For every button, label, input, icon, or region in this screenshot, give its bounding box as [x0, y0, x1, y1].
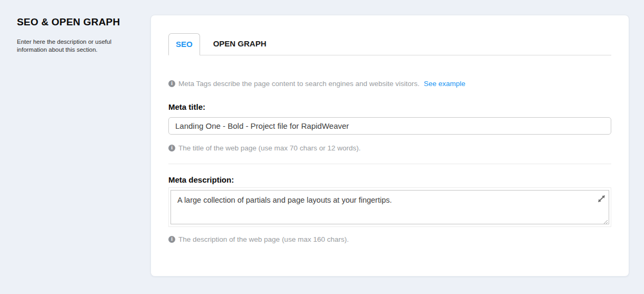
tab-seo-label: SEO: [176, 40, 193, 49]
tab-bar: SEO OPEN GRAPH: [168, 33, 611, 55]
meta-title-input[interactable]: [168, 117, 611, 135]
meta-description-field: A large collection of partials and page …: [168, 187, 611, 227]
tab-open-graph[interactable]: OPEN GRAPH: [200, 33, 280, 55]
section-description: Enter here the description or useful inf…: [17, 38, 120, 53]
meta-tags-info: i Meta Tags describe the page content to…: [168, 80, 611, 88]
meta-title-help-text: The title of the web page (use max 70 ch…: [178, 144, 361, 152]
info-icon: i: [168, 145, 175, 151]
meta-tags-info-text: Meta Tags describe the page content to s…: [178, 80, 420, 88]
seo-settings-card: SEO OPEN GRAPH i Meta Tags describe the …: [150, 15, 629, 277]
info-icon: i: [168, 236, 175, 243]
section-title: SEO & OPEN GRAPH: [17, 16, 138, 28]
meta-title-help: i The title of the web page (use max 70 …: [168, 144, 611, 152]
diagonal-expand-icon: [598, 195, 605, 203]
meta-description-textarea[interactable]: A large collection of partials and page …: [171, 190, 609, 224]
info-icon: i: [168, 80, 175, 87]
tab-seo[interactable]: SEO: [168, 33, 200, 55]
see-example-link[interactable]: See example: [424, 80, 466, 88]
meta-title-label: Meta title:: [168, 102, 611, 111]
meta-description-help-text: The description of the web page (use max…: [178, 235, 349, 243]
expand-textarea-button[interactable]: [598, 195, 605, 203]
resize-grip-icon[interactable]: [602, 217, 608, 223]
section-divider: [168, 164, 611, 164]
tab-panel-seo: i Meta Tags describe the page content to…: [151, 80, 629, 243]
meta-description-label: Meta description:: [168, 175, 611, 184]
meta-description-help: i The description of the web page (use m…: [168, 235, 611, 243]
tab-open-graph-label: OPEN GRAPH: [213, 39, 267, 48]
section-sidebar: SEO & OPEN GRAPH Enter here the descript…: [17, 16, 138, 53]
